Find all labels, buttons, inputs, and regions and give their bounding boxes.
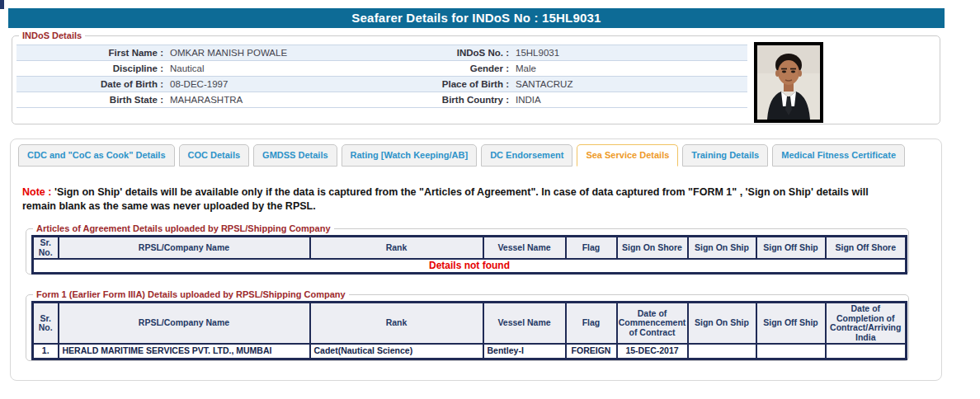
tab-dc-endorsement[interactable]: DC Endorsement (481, 144, 572, 167)
field-label: Discipline : (16, 61, 170, 76)
col-sign-off-ship: Sign Off Ship (756, 303, 826, 345)
note-text-line1: 'Sign on Ship' details will be available… (54, 186, 869, 198)
field-label: Place of Birth : (371, 77, 516, 92)
cell-date-of-completion (826, 344, 907, 359)
col-date-of-commencement: Date of Commencement of Contract (617, 303, 688, 345)
detail-row-date-of-birth: Date of Birth : 08-DEC-1997 Place of Bir… (16, 77, 747, 92)
tab-gmdss-details[interactable]: GMDSS Details (253, 144, 337, 167)
seafarer-details-page: Seafarer Details for INDoS No : 15HL9031… (0, 0, 980, 399)
field-label: INDoS No. : (371, 45, 516, 60)
articles-of-agreement-section: Articles of Agreement Details uploaded b… (26, 228, 909, 275)
col-flag: Flag (566, 237, 617, 260)
field-value: Nautical (170, 61, 371, 76)
col-rank: Rank (310, 237, 483, 260)
field-value: 08-DEC-1997 (170, 77, 371, 92)
field-label: First Name : (16, 45, 170, 60)
page-title-text: Seafarer Details for INDoS No : 15HL9031 (351, 11, 601, 25)
tab-rating-watch-keeping-ab[interactable]: Rating [Watch Keeping/AB] (342, 144, 478, 167)
tab-medical-fitness-certificate[interactable]: Medical Fitness Certificate (772, 144, 905, 167)
indos-details-section: INDoS Details First Name : OMKAR MANISH … (12, 35, 940, 124)
col-sr-no: Sr. No. (33, 303, 59, 345)
field-label: Date of Birth : (16, 77, 170, 92)
articles-legend: Articles of Agreement Details uploaded b… (33, 223, 334, 234)
portrait-photo-graphic (757, 45, 820, 120)
col-rpsl-company-name: RPSL/Company Name (59, 237, 310, 260)
table-header-row: Sr. No. RPSL/Company Name Rank Vessel Na… (33, 303, 907, 345)
cell-sign-off-ship (756, 344, 826, 359)
cell-date-of-commencement: 15-DEC-2017 (617, 344, 688, 359)
field-value: MAHARASHTRA (170, 92, 371, 107)
tab-bar: CDC and "CoC as Cook" Details COC Detail… (18, 144, 905, 167)
col-date-of-completion: Date of Completion of Contract/Arriving … (826, 303, 907, 345)
col-sr-no: Sr. No. (33, 237, 59, 260)
field-value: Male (516, 61, 747, 76)
col-sign-on-shore: Sign On Shore (617, 237, 688, 260)
col-vessel-name: Vessel Name (483, 303, 566, 345)
empty-row: Details not found (33, 259, 907, 274)
col-sign-on-ship: Sign On Ship (688, 303, 756, 345)
form1-legend: Form 1 (Earlier Form IIIA) Details uploa… (33, 289, 349, 300)
cell-rpsl-company-name: HERALD MARITIME SERVICES PVT. LTD., MUMB… (59, 344, 310, 359)
tab-sea-service-details[interactable]: Sea Service Details (577, 144, 678, 167)
tab-coc-details[interactable]: COC Details (179, 144, 250, 167)
form1-section: Form 1 (Earlier Form IIIA) Details uploa… (26, 294, 909, 361)
col-vessel-name: Vessel Name (483, 237, 566, 260)
indos-details-legend: INDoS Details (19, 31, 85, 41)
field-value: INDIA (516, 92, 747, 107)
table-header-row: Sr. No. RPSL/Company Name Rank Vessel Na… (33, 237, 907, 260)
field-label: Birth Country : (371, 92, 516, 107)
col-flag: Flag (566, 303, 617, 345)
col-sign-off-shore: Sign Off Shore (826, 237, 907, 260)
note-text-line2: remain blank as the same was never uploa… (22, 200, 902, 214)
page-title: Seafarer Details for INDoS No : 15HL9031 (8, 8, 945, 28)
field-value: SANTACRUZ (516, 77, 747, 92)
field-label: Gender : (371, 61, 516, 76)
col-rpsl-company-name: RPSL/Company Name (59, 303, 310, 345)
field-value: 15HL9031 (516, 45, 747, 60)
seafarer-photo (754, 42, 823, 123)
sea-service-panel: CDC and "CoC as Cook" Details COC Detail… (10, 138, 942, 381)
details-not-found-message: Details not found (33, 259, 907, 274)
cell-flag: FOREIGN (566, 344, 617, 359)
cell-sr-no: 1. (33, 344, 59, 359)
indos-details-table: First Name : OMKAR MANISH POWALE INDoS N… (16, 45, 747, 108)
col-sign-off-ship: Sign Off Ship (756, 237, 826, 260)
field-label: Birth State : (16, 92, 170, 107)
cell-rank: Cadet(Nautical Science) (310, 344, 483, 359)
note: Note : 'Sign on Ship' details will be av… (22, 185, 902, 213)
col-rank: Rank (310, 303, 483, 345)
table-row: 1. HERALD MARITIME SERVICES PVT. LTD., M… (33, 344, 907, 359)
form1-table: Sr. No. RPSL/Company Name Rank Vessel Na… (31, 301, 907, 360)
cell-sign-on-ship (688, 344, 756, 359)
note-label: Note : (22, 186, 51, 198)
articles-of-agreement-table: Sr. No. RPSL/Company Name Rank Vessel Na… (31, 235, 907, 275)
col-sign-on-ship: Sign On Ship (688, 237, 756, 260)
corner-decoration (0, 0, 4, 9)
detail-row-birth-state: Birth State : MAHARASHTRA Birth Country … (16, 92, 747, 108)
tab-training-details[interactable]: Training Details (682, 144, 768, 167)
detail-row-first-name: First Name : OMKAR MANISH POWALE INDoS N… (16, 45, 747, 61)
detail-row-discipline: Discipline : Nautical Gender : Male (16, 61, 747, 77)
field-value: OMKAR MANISH POWALE (170, 45, 371, 60)
cell-vessel-name: Bentley-I (483, 344, 566, 359)
tab-cdc-and-coc-as-cook-details[interactable]: CDC and "CoC as Cook" Details (18, 144, 175, 167)
